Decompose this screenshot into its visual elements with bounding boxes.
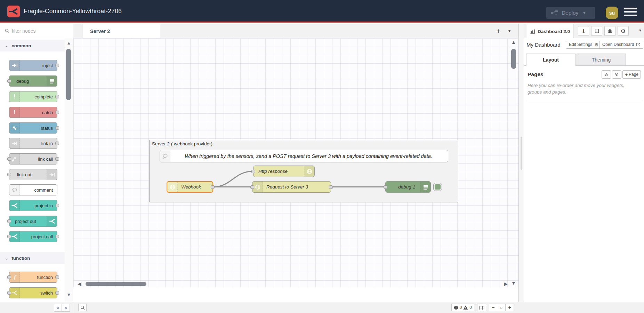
debug-messages-button[interactable] bbox=[604, 26, 615, 36]
tab-layout[interactable]: Layout bbox=[526, 54, 575, 66]
tab-dashboard-2-0[interactable]: Dashboard 2.0 bbox=[527, 24, 573, 38]
palette-category-function[interactable]: ⌄ function bbox=[0, 252, 65, 264]
output-port[interactable] bbox=[55, 291, 59, 295]
flow-node-debug-1[interactable]: debug 1 bbox=[385, 181, 431, 193]
flow-node-request-to-server-3[interactable]: Request to Server 3 bbox=[252, 181, 331, 193]
resize-grip[interactable] bbox=[521, 137, 522, 170]
zoom-in-button[interactable]: + bbox=[506, 304, 514, 311]
deploy-button[interactable]: Deploy ▾ bbox=[546, 7, 595, 19]
flow-list-caret-icon[interactable]: ▾ bbox=[505, 27, 514, 35]
palette-node-project-in[interactable]: project in bbox=[9, 200, 57, 211]
palette-node-inject[interactable]: inject bbox=[9, 60, 57, 71]
tab-theming[interactable]: Theming bbox=[577, 54, 626, 66]
scroll-left-icon[interactable]: ◀ bbox=[78, 281, 81, 287]
scroll-up-icon[interactable]: ▲ bbox=[510, 39, 517, 45]
user-avatar[interactable]: su bbox=[606, 7, 618, 19]
double-chevron-up-icon bbox=[604, 73, 608, 77]
palette-node-link-call[interactable]: link call bbox=[9, 153, 57, 164]
chevron-down-icon: ⌄ bbox=[5, 43, 8, 48]
sidebar-resize-handle[interactable] bbox=[518, 24, 524, 302]
collapse-categories-button[interactable] bbox=[54, 304, 62, 312]
search-flows-button[interactable] bbox=[78, 304, 87, 311]
navigator-button[interactable] bbox=[477, 304, 486, 311]
palette-scrollbar[interactable]: ▲ ▼ bbox=[65, 38, 73, 302]
output-port[interactable] bbox=[55, 235, 59, 238]
deploy-options-caret-icon[interactable]: ▾ bbox=[583, 10, 585, 15]
palette-node-project-out[interactable]: project out bbox=[9, 216, 57, 227]
output-port[interactable] bbox=[55, 204, 59, 207]
dashboard-title: My Dashboard bbox=[526, 42, 561, 48]
input-port[interactable] bbox=[7, 173, 11, 176]
globe-icon bbox=[304, 166, 314, 177]
open-dashboard-button[interactable]: Open Dashboard bbox=[599, 41, 643, 49]
palette-node-debug[interactable]: debug bbox=[9, 75, 57, 87]
input-port[interactable] bbox=[251, 170, 255, 173]
flow-canvas[interactable]: Server 2 ( webhook provider) When trigge… bbox=[73, 38, 518, 287]
output-port[interactable] bbox=[55, 111, 59, 114]
scroll-right-icon[interactable]: ▶ bbox=[504, 281, 508, 287]
palette-node-switch[interactable]: switch bbox=[9, 287, 57, 298]
add-page-label: Page bbox=[629, 72, 638, 77]
double-chevron-up-icon bbox=[56, 306, 60, 310]
input-port[interactable] bbox=[7, 157, 11, 161]
flow-tab-label: Server 2 bbox=[90, 29, 110, 34]
help-button[interactable] bbox=[591, 26, 602, 36]
scroll-up-icon[interactable]: ▲ bbox=[65, 40, 72, 46]
config-nodes-button[interactable]: ⚙ bbox=[618, 26, 629, 36]
palette-node-function[interactable]: ƒ function bbox=[9, 272, 57, 283]
canvas-vertical-scrollbar[interactable]: ▲ ▼ bbox=[510, 38, 517, 287]
palette-node-link-out[interactable]: link out bbox=[9, 169, 57, 180]
scroll-down-icon[interactable]: ▼ bbox=[65, 292, 72, 297]
flow-tab-server-2[interactable]: Server 2 bbox=[82, 24, 160, 38]
flow-node-webhook[interactable]: Webhook bbox=[167, 181, 213, 193]
zoom-reset-button[interactable]: ○ bbox=[497, 304, 506, 311]
plus-icon: + bbox=[625, 72, 628, 77]
output-port[interactable] bbox=[211, 185, 215, 189]
input-port[interactable] bbox=[7, 291, 11, 295]
output-port[interactable] bbox=[55, 157, 59, 161]
output-port[interactable] bbox=[55, 142, 59, 145]
palette-node-status[interactable]: status bbox=[9, 122, 57, 134]
output-port[interactable] bbox=[55, 64, 59, 67]
input-port[interactable] bbox=[7, 275, 11, 279]
canvas-horizontal-scrollbar[interactable]: ◀ ▶ bbox=[73, 281, 518, 287]
collapse-all-button[interactable] bbox=[602, 70, 611, 79]
vertical-scrollbar-thumb[interactable] bbox=[511, 49, 516, 69]
input-port[interactable] bbox=[7, 219, 11, 223]
input-port[interactable] bbox=[384, 185, 387, 189]
input-port[interactable] bbox=[250, 185, 254, 189]
palette-category-common[interactable]: ⌄ common bbox=[0, 40, 65, 51]
edit-settings-button[interactable]: Edit Settings ⚙ bbox=[566, 41, 602, 49]
input-port[interactable] bbox=[7, 235, 11, 238]
notification-counts[interactable]: 0 0 bbox=[451, 304, 474, 311]
info-button[interactable]: i bbox=[578, 26, 589, 36]
flow-node-http-response[interactable]: Http response bbox=[253, 166, 315, 177]
horizontal-scrollbar-thumb[interactable] bbox=[86, 282, 146, 286]
zoom-out-button[interactable]: − bbox=[489, 304, 497, 311]
expand-categories-button[interactable] bbox=[62, 304, 70, 312]
palette-node-catch[interactable]: ! catch bbox=[9, 107, 57, 118]
project-fork-icon bbox=[47, 216, 57, 226]
palette-node-link-in[interactable]: link in bbox=[9, 138, 57, 149]
palette-node-comment[interactable]: comment bbox=[9, 184, 57, 195]
expand-all-button[interactable] bbox=[612, 70, 621, 79]
add-page-button[interactable]: + Page bbox=[622, 70, 641, 79]
input-port[interactable] bbox=[7, 79, 11, 83]
output-port[interactable] bbox=[55, 95, 59, 98]
output-port[interactable] bbox=[55, 275, 59, 279]
category-label: function bbox=[11, 256, 30, 261]
add-flow-button[interactable]: + bbox=[494, 27, 502, 35]
palette-node-project-call[interactable]: project call bbox=[9, 231, 57, 242]
debug-enable-toggle[interactable] bbox=[433, 183, 442, 191]
main-menu-icon[interactable] bbox=[624, 8, 637, 16]
palette-node-complete[interactable]: ! complete bbox=[9, 91, 57, 102]
output-port[interactable] bbox=[55, 126, 59, 130]
palette-filter-input[interactable] bbox=[12, 28, 64, 34]
palette-scrollbar-thumb[interactable] bbox=[66, 49, 71, 100]
flow-node-label: Http response bbox=[258, 166, 288, 177]
comment-node[interactable]: When triggered by the sensors, send a PO… bbox=[160, 150, 448, 162]
output-port[interactable] bbox=[329, 185, 333, 189]
node-red-app: Fragile-Common-Yellowthroat-2706 Deploy … bbox=[0, 0, 644, 313]
sidebar-options-caret-icon[interactable]: ▾ bbox=[639, 28, 641, 33]
main-region: ⌄ common inject debug bbox=[0, 24, 644, 302]
